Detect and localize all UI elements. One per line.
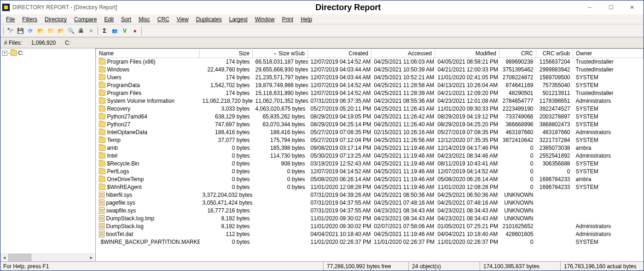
cell-size: 16,777,216 bytes — [200, 207, 253, 215]
table-row[interactable]: $Recycle.Bin0 bytes908 bytes03/19/2019 1… — [96, 160, 644, 168]
menu-largest[interactable]: Largest — [226, 15, 251, 24]
save-icon[interactable]: 💾 — [16, 26, 25, 35]
print-icon[interactable]: 🖶 — [76, 26, 86, 35]
table-row[interactable]: Temp37,077 bytes175,794 bytes05/27/2019 … — [96, 136, 644, 144]
col-size[interactable]: Size — [200, 49, 253, 58]
cell-name: hiberfil.sys — [106, 192, 133, 198]
table-row[interactable]: Windows22,449,760 bytes29,655,668,930 by… — [96, 66, 644, 74]
col-name[interactable]: Name — [96, 49, 200, 58]
table-row[interactable]: OneDriveTemp0 bytes0 bytes05/08/2020 06:… — [96, 176, 644, 183]
cell-accessed: 04/25/2021 10:50:39 AM — [371, 66, 435, 74]
table-row[interactable]: $WINRE_BACKUP_PARTITION.MARKER0 bytes11/… — [96, 238, 644, 246]
table-row[interactable]: Python27747,697 bytes63,070,344 bytes08/… — [96, 121, 644, 129]
menu-filters[interactable]: Filters — [18, 15, 41, 24]
cell-modified: 08/29/2019 04:19:12 PM — [435, 113, 499, 121]
delete-icon[interactable]: ✕ — [87, 26, 96, 35]
cell-name: bootTel.dat — [106, 231, 133, 237]
folder-icon[interactable]: 📁 — [46, 26, 55, 35]
cell-crc: 733749066 — [499, 113, 536, 121]
scroll-right-icon[interactable]: ► — [87, 254, 95, 262]
cell-crcwsub: 306356688 — [536, 160, 573, 168]
col-size-wsub[interactable]: Size wSub — [253, 49, 308, 58]
record-icon[interactable]: ● — [130, 26, 139, 35]
menu-directory[interactable]: Directory — [41, 15, 70, 24]
table-row[interactable]: Program Files174 bytes15,116,631,890 byt… — [96, 89, 644, 97]
menu-help[interactable]: Help — [297, 15, 316, 24]
cell-owner: SYSTEM — [573, 238, 644, 246]
binoculars-icon[interactable]: 🔭 — [6, 26, 15, 35]
cell-crcwsub: 1178398651 — [536, 97, 573, 105]
table-row[interactable]: Python27amd64638,129 bytes65,835,262 byt… — [96, 113, 644, 121]
file-icon — [99, 200, 104, 206]
cell-modified: 04/23/2021 08:34:43 AM — [435, 207, 499, 215]
table-row[interactable]: Recovery3,033 bytes4,063,020,675 bytes05… — [96, 105, 644, 113]
table-row[interactable]: $WinREAgent0 bytes0 bytes11/01/2020 12:0… — [96, 183, 644, 191]
app-name: Directory Report — [315, 3, 381, 12]
menu-sort[interactable]: Sort — [117, 15, 135, 24]
folder-icon — [99, 184, 105, 190]
scroll-left-icon[interactable]: ◄ — [0, 254, 8, 262]
table-row[interactable]: System Volume Information11,062,218,720 … — [96, 97, 644, 105]
table-row[interactable]: ProgramData1,542,702 bytes19,879,749,986… — [96, 82, 644, 89]
tree-panel: + ▪ C: ◄ ► — [0, 48, 96, 261]
cell-crc: 989690238 — [499, 58, 536, 66]
search-icon[interactable]: 🔍 — [66, 26, 75, 35]
cell-wsub: 63,070,344 bytes — [253, 121, 308, 129]
col-accessed[interactable]: Accessed — [371, 49, 435, 58]
window-title: DIRECTORY REPORT - [Directory Report] — [12, 4, 117, 11]
status-free: 77,286,100,992 bytes free — [324, 262, 409, 271]
maximize-button[interactable]: ☐ — [600, 1, 621, 14]
menu-crc[interactable]: CRC — [154, 15, 173, 24]
expand-icon[interactable]: + — [2, 51, 7, 56]
folder-open-icon[interactable]: 📂 — [56, 26, 65, 35]
table-row[interactable]: DumpStack.log.tmp8,192 bytes11/01/2020 0… — [96, 215, 644, 223]
col-crc-wsub[interactable]: CRC wSub — [536, 49, 573, 58]
cell-crc: 463197660 — [499, 129, 536, 136]
table-row[interactable]: Intel0 bytes114,730 bytes05/30/2019 07:1… — [96, 152, 644, 160]
table-row[interactable]: PerfLogs0 bytes0 bytes12/07/2019 04:14:5… — [96, 168, 644, 176]
table-row[interactable]: Users174 bytes21,235,571,797 bytes12/07/… — [96, 74, 644, 82]
col-owner[interactable]: Owner — [573, 49, 644, 58]
menu-print[interactable]: Print — [278, 15, 297, 24]
table-row[interactable]: bootTel.dat112 bytes04/04/2021 10:18:40 … — [96, 230, 644, 238]
check-icon[interactable]: V — [120, 26, 129, 35]
sigma-icon[interactable]: Σ — [100, 26, 109, 35]
folder-up-icon[interactable]: 📂 — [36, 26, 45, 35]
cell-crc: 874641169 — [499, 82, 536, 89]
cell-created: 08/29/2019 04:25:14 PM — [308, 121, 371, 129]
cell-wsub — [253, 238, 308, 246]
col-modified[interactable]: Modified — [435, 49, 499, 58]
cell-size: 3,372,204,032 bytes — [200, 191, 253, 199]
menu-edit[interactable]: Edit — [100, 15, 117, 24]
folder-icon — [11, 50, 17, 56]
close-button[interactable]: ✕ — [621, 1, 643, 14]
minimize-button[interactable]: – — [579, 1, 600, 14]
table-row[interactable]: DumpStack.log8,192 bytes11/01/2020 09:30… — [96, 223, 644, 230]
table-row[interactable]: swapfile.sys16,777,216 bytes07/31/2019 0… — [96, 207, 644, 215]
tree-root[interactable]: + ▪ C: — [2, 49, 93, 57]
menu-duplicates[interactable]: Duplicates — [192, 15, 226, 24]
table-row[interactable]: Program Files (x86)174 bytes66,518,031,1… — [96, 58, 644, 66]
col-created[interactable]: Created — [308, 49, 371, 58]
table-row[interactable]: amb0 bytes165,398 bytes09/08/2019 03:17:… — [96, 144, 644, 152]
scroll-thumb[interactable] — [8, 254, 31, 262]
cell-modified: 12/07/2019 04:14:52 AM — [435, 168, 499, 176]
refresh-icon[interactable]: ⟳ — [26, 26, 35, 35]
tree-scrollbar[interactable]: ◄ ► — [0, 253, 95, 261]
cell-name: Temp — [107, 137, 121, 143]
menu-window[interactable]: Window — [251, 15, 278, 24]
col-crc[interactable]: CRC — [499, 49, 536, 58]
cell-modified: 04/21/2021 12:09:20 PM — [435, 89, 499, 97]
menu-file[interactable]: File — [2, 15, 18, 24]
cell-owner: SYSTEM — [573, 136, 644, 144]
table-row[interactable]: IntelOptaneData188,416 bytes188,416 byte… — [96, 129, 644, 136]
compare-icon[interactable]: 👥 — [110, 26, 119, 35]
cell-owner: SYSTEM — [573, 82, 644, 89]
table-row[interactable]: pagefile.sys3,050,471,424 bytes07/31/201… — [96, 199, 644, 207]
file-grid: Name Size Size wSub Created Accessed Mod… — [96, 48, 644, 261]
cell-name: Python27amd64 — [107, 113, 147, 120]
menu-view[interactable]: View — [173, 15, 192, 24]
menu-misc[interactable]: Misc — [135, 15, 154, 24]
table-row[interactable]: hiberfil.sys3,372,204,032 bytes07/31/201… — [96, 191, 644, 199]
menu-compare[interactable]: Compare — [70, 15, 100, 24]
